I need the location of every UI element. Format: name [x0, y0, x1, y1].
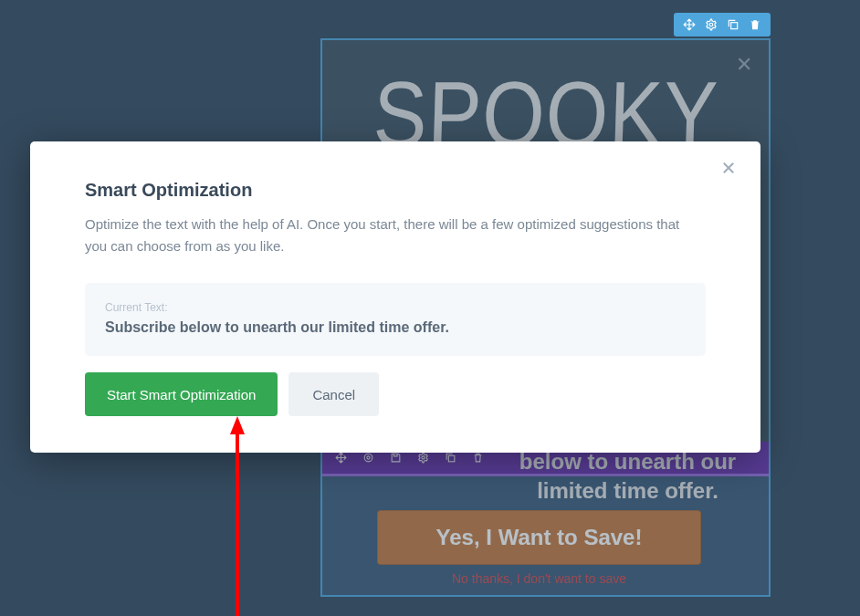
close-icon[interactable] [720, 160, 740, 180]
cancel-button[interactable]: Cancel [288, 372, 379, 416]
modal-actions: Start Smart Optimization Cancel [85, 372, 706, 416]
modal-title: Smart Optimization [85, 180, 706, 201]
current-text-label: Current Text: [105, 301, 686, 314]
smart-optimization-modal: Smart Optimization Optimize the text wit… [30, 141, 760, 453]
current-text-value: Subscribe below to unearth our limited t… [105, 319, 686, 336]
start-optimization-button[interactable]: Start Smart Optimization [85, 372, 278, 416]
current-text-box: Current Text: Subscribe below to unearth… [85, 283, 706, 356]
modal-description: Optimize the text with the help of AI. O… [85, 214, 697, 257]
